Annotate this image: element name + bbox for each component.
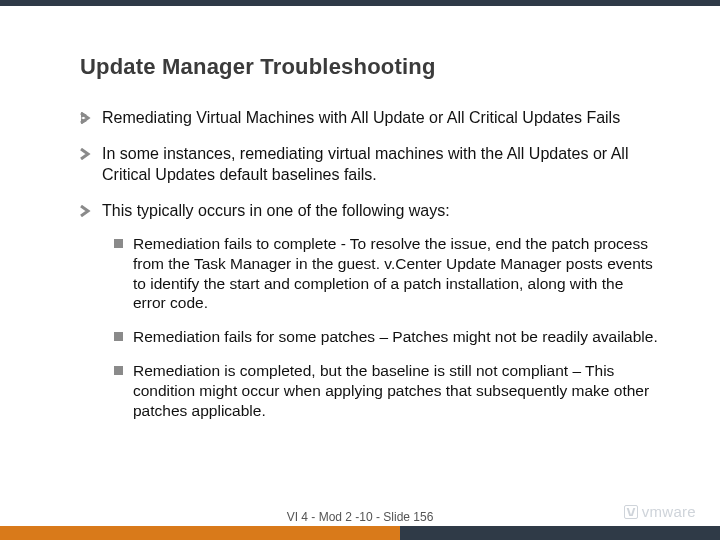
bullet-text: This typically occurs in one of the foll… [102,201,450,221]
title-block: Update Manager Troubleshooting [80,54,436,80]
bullet-item: This typically occurs in one of the foll… [80,201,660,221]
footer-text: VI 4 - Mod 2 -10 - Slide 156 [287,510,434,524]
chevron-icon [80,148,92,160]
footer-bar-dark [400,526,720,540]
slide-title: Update Manager Troubleshooting [80,54,436,80]
content-area: Remediating Virtual Machines with All Up… [80,108,660,435]
sub-bullet-item: Remediation is completed, but the baseli… [114,361,660,420]
sub-bullet-text: Remediation is completed, but the baseli… [133,361,660,420]
footer-bar [0,526,720,540]
footer-bar-orange [0,526,400,540]
sub-bullet-item: Remediation fails to complete - To resol… [114,234,660,313]
chevron-icon [80,205,92,217]
slide: Update Manager Troubleshooting Remediati… [0,0,720,540]
sub-bullet-text: Remediation fails to complete - To resol… [133,234,660,313]
square-icon [114,366,123,375]
sub-bullet-item: Remediation fails for some patches – Pat… [114,327,660,347]
top-accent-bar [0,0,720,6]
bullet-item: In some instances, remediating virtual m… [80,144,660,185]
square-icon [114,239,123,248]
chevron-icon [80,112,92,124]
bullet-text: Remediating Virtual Machines with All Up… [102,108,620,128]
logo-text: vmware [642,503,696,520]
bullet-text: In some instances, remediating virtual m… [102,144,660,185]
vmware-logo: vmware [624,503,696,520]
bullet-item: Remediating Virtual Machines with All Up… [80,108,660,128]
sub-bullet-list: Remediation fails to complete - To resol… [114,234,660,421]
square-icon [114,332,123,341]
sub-bullet-text: Remediation fails for some patches – Pat… [133,327,658,347]
logo-box-icon [624,505,638,519]
